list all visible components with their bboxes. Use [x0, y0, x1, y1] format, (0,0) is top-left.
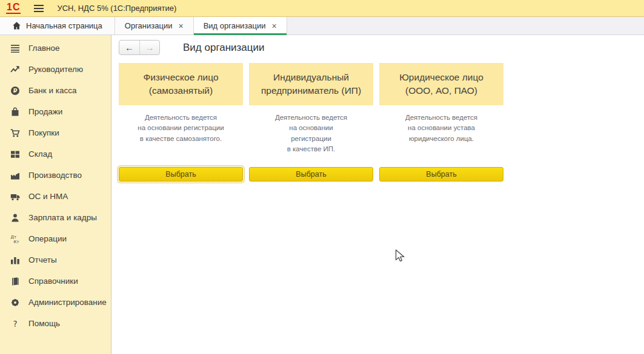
list-icon [9, 43, 21, 53]
sidebar-item-rukovoditelyu[interactable]: Руководителю [0, 59, 111, 80]
bag-icon [9, 107, 21, 117]
card-individual-selfemployed: Физическое лицо (самозанятый) Деятельнос… [119, 63, 243, 182]
organization-type-cards: Физическое лицо (самозанятый) Деятельнос… [119, 63, 644, 182]
sidebar-item-label: ОС и НМА [28, 192, 68, 201]
sidebar-item-label: Продажи [28, 107, 62, 116]
card-legal-entity: Юридическое лицо (ООО, АО, ПАО) Деятельн… [379, 63, 503, 182]
tab-organizations[interactable]: Организации × [115, 17, 194, 34]
sidebar-item-label: Администрирование [28, 298, 107, 307]
sidebar-item-sklad[interactable]: Склад [0, 143, 111, 165]
app-title: УСН, НДС 5% (1С:Предприятие) [57, 4, 176, 13]
main-content: ← → Вид организации Физическое лицо (сам… [111, 35, 644, 354]
sidebar-item-label: Производство [28, 171, 82, 180]
tab-label: Организации [125, 21, 173, 30]
card-description: Деятельность ведется на основании устава… [379, 113, 503, 167]
sidebar-item-label: Покупки [28, 128, 59, 137]
sidebar-item-bank-kassa[interactable]: Р Банк и касса [0, 80, 111, 101]
trend-icon [9, 64, 21, 74]
sidebar: Главное Руководителю Р Банк и касса Прод… [0, 35, 111, 354]
sidebar-item-label: Операции [28, 234, 67, 243]
svg-text:Кт: Кт [13, 240, 19, 244]
main-menu-icon[interactable] [34, 5, 44, 12]
sidebar-item-label: Банк и касса [28, 86, 77, 95]
select-button-selfemployed[interactable]: Выбрать [119, 167, 243, 182]
dtkt-icon: ДтКт [9, 234, 21, 244]
close-icon[interactable]: × [178, 22, 183, 30]
1c-logo: 1С [6, 2, 21, 14]
book-icon [9, 276, 21, 286]
card-title: Физическое лицо (самозанятый) [119, 63, 243, 105]
sidebar-item-label: Руководителю [28, 65, 83, 74]
tab-label: Начальная страница [26, 21, 102, 30]
person-icon [9, 212, 21, 223]
sidebar-item-prodazhi[interactable]: Продажи [0, 101, 111, 122]
sidebar-item-label: Справочники [28, 277, 78, 286]
svg-text:Р: Р [13, 87, 17, 94]
warehouse-icon [9, 149, 21, 159]
sidebar-item-os-nma[interactable]: ОС и НМА [0, 186, 111, 207]
select-button-legal[interactable]: Выбрать [379, 167, 503, 182]
tab-bar: Начальная страница Организации × Вид орг… [0, 17, 644, 35]
home-icon [12, 21, 21, 30]
tab-label: Вид организации [204, 21, 266, 30]
chart-icon [9, 255, 21, 265]
card-description: Деятельность ведется на основании регист… [119, 113, 243, 167]
sidebar-item-pomosch[interactable]: ? Помощь [0, 313, 111, 334]
gear-icon [9, 297, 21, 307]
forward-button[interactable]: → [139, 41, 159, 54]
sidebar-item-pokupki[interactable]: Покупки [0, 122, 111, 143]
ruble-icon: Р [9, 85, 21, 96]
select-button-ip[interactable]: Выбрать [249, 167, 373, 182]
sidebar-item-spravochniki[interactable]: Справочники [0, 270, 111, 292]
svg-text:?: ? [13, 319, 17, 329]
sidebar-item-operacii[interactable]: ДтКт Операции [0, 228, 111, 249]
tab-organization-type[interactable]: Вид организации × [194, 17, 287, 34]
card-title: Юридическое лицо (ООО, АО, ПАО) [379, 63, 503, 105]
truck-icon [9, 191, 21, 202]
svg-text:Дт: Дт [10, 235, 16, 240]
card-description: Деятельность ведется на основании регист… [249, 113, 373, 167]
page-title: Вид организации [183, 42, 265, 54]
card-title: Индивидуальный предприниматель (ИП) [249, 63, 373, 105]
sidebar-item-label: Склад [28, 149, 52, 159]
help-icon: ? [9, 318, 21, 329]
tab-home[interactable]: Начальная страница [0, 17, 115, 34]
sidebar-item-label: Зарплата и кадры [28, 213, 97, 222]
sidebar-item-proizvodstvo[interactable]: Производство [0, 165, 111, 186]
sidebar-item-label: Главное [28, 44, 60, 53]
sidebar-item-zarplata-kadry[interactable]: Зарплата и кадры [0, 207, 111, 228]
close-icon[interactable]: × [272, 22, 277, 30]
title-bar: 1С УСН, НДС 5% (1С:Предприятие) [0, 0, 644, 17]
history-nav: ← → [119, 40, 160, 55]
card-entrepreneur-ip: Индивидуальный предприниматель (ИП) Деят… [249, 63, 373, 182]
sidebar-item-otchety[interactable]: Отчеты [0, 249, 111, 270]
factory-icon [9, 170, 21, 180]
sidebar-item-administrirovanie[interactable]: Администрирование [0, 292, 111, 313]
back-button[interactable]: ← [119, 41, 139, 54]
cart-icon [9, 128, 21, 138]
sidebar-item-glavnoe[interactable]: Главное [0, 38, 111, 59]
sidebar-item-label: Помощь [28, 319, 60, 328]
sidebar-item-label: Отчеты [28, 255, 57, 264]
